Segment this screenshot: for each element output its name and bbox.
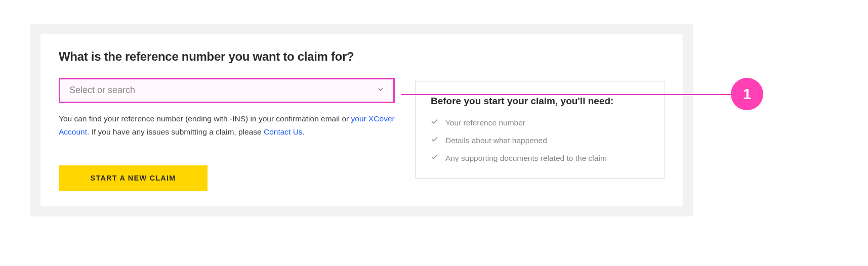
checklist-item-label: Details about what happened xyxy=(445,136,547,145)
page-background: What is the reference number you want to… xyxy=(30,24,693,216)
page-heading: What is the reference number you want to… xyxy=(59,50,395,64)
claim-card: What is the reference number you want to… xyxy=(40,34,683,206)
chevron-down-icon xyxy=(377,86,384,95)
left-column: What is the reference number you want to… xyxy=(59,50,395,191)
helper-text-part2: . If you have any issues submitting a cl… xyxy=(87,127,264,136)
contact-us-link[interactable]: Contact Us xyxy=(264,127,303,136)
checklist-item: Any supporting documents related to the … xyxy=(431,153,649,163)
check-icon xyxy=(431,136,438,145)
select-placeholder: Select or search xyxy=(69,85,135,96)
helper-text-part1: You can find your reference number (endi… xyxy=(59,114,351,123)
checklist-item-label: Any supporting documents related to the … xyxy=(445,154,607,163)
start-claim-button[interactable]: START A NEW CLAIM xyxy=(59,165,208,191)
right-column: Before you start your claim, you'll need… xyxy=(415,50,665,191)
annotation-line xyxy=(401,94,733,95)
helper-text-part3: . xyxy=(303,127,305,136)
check-icon xyxy=(431,153,438,163)
checklist-item-label: Your reference number xyxy=(445,118,525,127)
checklist-item: Your reference number xyxy=(431,118,649,127)
checklist: Your reference number Details about what… xyxy=(431,118,649,163)
reference-select[interactable]: Select or search xyxy=(59,78,395,103)
helper-text: You can find your reference number (endi… xyxy=(59,112,395,139)
info-box: Before you start your claim, you'll need… xyxy=(415,81,665,179)
check-icon xyxy=(431,118,438,127)
checklist-item: Details about what happened xyxy=(431,136,649,145)
annotation-badge: 1 xyxy=(731,78,763,110)
info-title: Before you start your claim, you'll need… xyxy=(431,96,649,107)
